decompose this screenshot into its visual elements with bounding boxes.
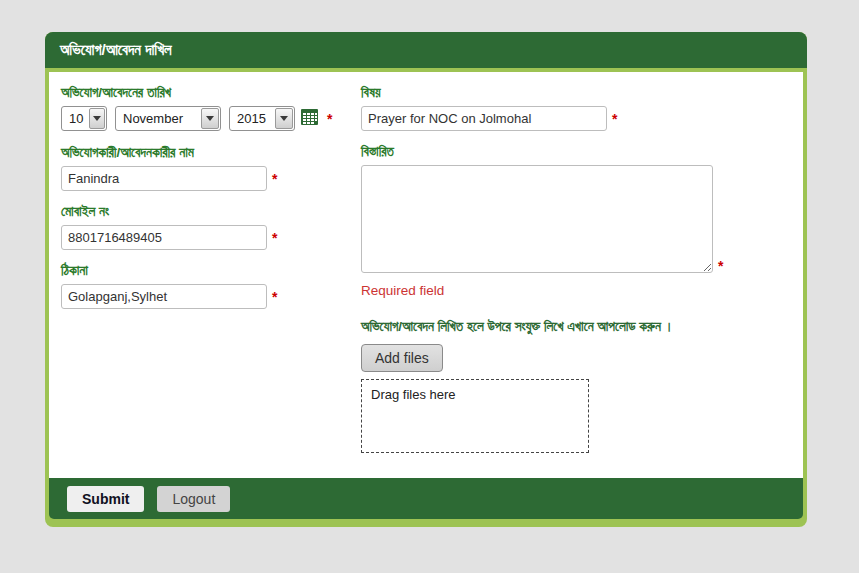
address-input[interactable] (61, 284, 267, 309)
details-label: বিস্তারিত (361, 143, 795, 160)
calendar-icon[interactable] (301, 109, 318, 129)
submit-button[interactable]: Submit (67, 486, 144, 512)
details-row: * (361, 165, 795, 273)
month-select[interactable]: November (115, 106, 221, 131)
chevron-down-icon[interactable] (89, 108, 105, 129)
address-required-marker: * (272, 290, 277, 304)
date-required-marker: * (327, 112, 332, 126)
dropzone-text: Drag files here (371, 387, 456, 402)
month-select-value: November (116, 111, 200, 126)
name-required-marker: * (272, 172, 277, 186)
file-dropzone[interactable]: Drag files here (361, 379, 589, 453)
address-row: * (61, 284, 353, 309)
date-label: অভিযোগ/আবেদনের তারিখ (61, 84, 353, 101)
left-column: অভিযোগ/আবেদনের তারিখ 10 November 2015 (61, 84, 353, 309)
address-label: ঠিকানা (61, 262, 353, 279)
subject-required-marker: * (612, 112, 617, 126)
form-footer: Submit Logout (49, 478, 803, 519)
name-row: * (61, 166, 353, 191)
name-input[interactable] (61, 166, 267, 191)
logout-button[interactable]: Logout (157, 486, 230, 512)
subject-label: বিষয় (361, 84, 795, 101)
upload-instruction: অভিযোগ/আবেদন লিখিত হলে উপরে সংযুক্ত লিখে… (361, 319, 795, 335)
add-files-button[interactable]: Add files (361, 344, 443, 372)
year-select-value: 2015 (230, 111, 274, 126)
mobile-label: মোবাইল নং (61, 203, 353, 220)
details-required-marker: * (718, 259, 723, 273)
subject-input[interactable] (361, 106, 607, 131)
day-select[interactable]: 10 (61, 106, 107, 131)
details-textarea[interactable] (361, 165, 713, 273)
panel-header: অভিযোগ/আবেদন দাখিল (45, 32, 807, 68)
complaint-form-panel: অভিযোগ/আবেদন দাখিল অভিযোগ/আবেদনের তারিখ … (45, 32, 807, 527)
form-body: অভিযোগ/আবেদনের তারিখ 10 November 2015 (49, 72, 803, 478)
subject-row: * (361, 106, 795, 131)
chevron-down-icon[interactable] (201, 108, 219, 129)
year-select[interactable]: 2015 (229, 106, 295, 131)
right-column: বিষয় * বিস্তারিত * Required field অভিযো… (361, 84, 795, 453)
day-select-value: 10 (62, 111, 88, 126)
date-row: 10 November 2015 (61, 106, 353, 131)
mobile-row: * (61, 225, 353, 250)
mobile-required-marker: * (272, 231, 277, 245)
chevron-down-icon[interactable] (275, 108, 293, 129)
required-field-note: Required field (361, 283, 795, 298)
page-title: অভিযোগ/আবেদন দাখিল (60, 41, 172, 59)
name-label: অভিযোগকারী/আবেদনকারীর নাম (61, 144, 353, 161)
mobile-input[interactable] (61, 225, 267, 250)
